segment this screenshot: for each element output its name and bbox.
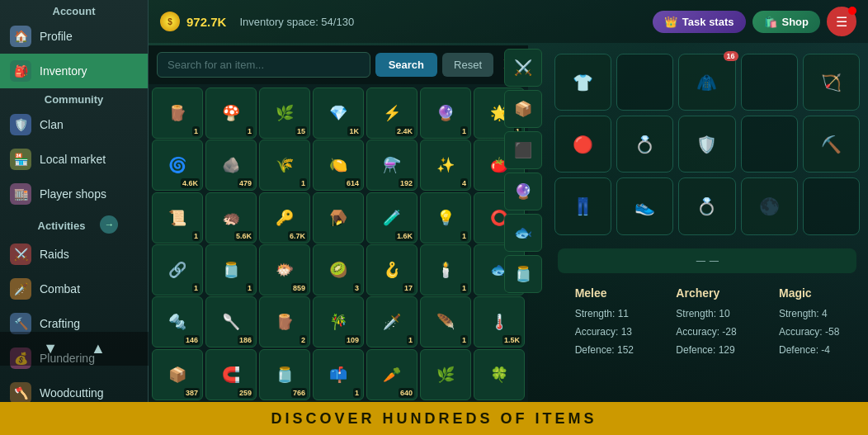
combat-stats: Melee Strength: 11 Accuracy: 13 Defence:…	[546, 278, 868, 366]
item-cell[interactable]: 🌀 4.6K	[152, 139, 203, 191]
item-cell[interactable]: 🧪 1.6K	[366, 192, 417, 244]
item-cell[interactable]: 🪵 1	[152, 87, 203, 139]
side-icon-button[interactable]: 🐟	[504, 214, 542, 252]
item-count: 1K	[347, 126, 361, 136]
item-cell[interactable]: 🪝 17	[366, 244, 417, 296]
item-count: 1	[192, 126, 200, 136]
item-cell[interactable]: 🌡️ 1.5K	[474, 296, 525, 348]
items-grid: 🪵 1 🍄 1 🌿 15 💎 1K ⚡ 2.4K 🔮 1 🌟 1 🌀 4.6K …	[149, 84, 528, 402]
item-emoji: 🔗	[168, 262, 186, 277]
item-cell[interactable]: 🗡️ 1	[366, 296, 417, 348]
nav-down-arrow[interactable]: ▼	[35, 337, 66, 361]
equipment-slot[interactable]	[741, 54, 798, 111]
item-cell[interactable]: 🪤	[313, 192, 364, 244]
magic-strength: Strength: 4	[779, 306, 839, 321]
shield-icon: 🛡️	[10, 114, 31, 135]
magic-stats: Magic Strength: 4 Accuracy: -58 Defence:…	[779, 286, 839, 357]
item-cell[interactable]: 🐡 859	[259, 244, 310, 296]
item-cell[interactable]: ⚡ 2.4K	[366, 87, 417, 139]
sidebar-item-player-shops[interactable]: 🏬 Player shops	[0, 177, 148, 211]
equipment-slot[interactable]: 🧥16	[678, 54, 735, 111]
item-cell[interactable]: 🍋 614	[313, 139, 364, 191]
activities-toggle[interactable]: →	[100, 215, 118, 234]
item-cell[interactable]: 🌿 15	[259, 87, 310, 139]
item-cell[interactable]: 🫙 1	[205, 244, 257, 296]
task-stats-label: Task stats	[682, 16, 734, 28]
item-cell[interactable]: 🔮 1	[420, 87, 471, 139]
item-cell[interactable]: 🪶 1	[420, 296, 471, 348]
side-icon-button[interactable]: 📦	[504, 90, 542, 128]
side-icon-button[interactable]: 🫙	[504, 255, 542, 293]
side-icon-button[interactable]: ⬛	[504, 131, 542, 169]
item-emoji: 🗡️	[383, 314, 401, 329]
shop-button[interactable]: 🛍️ Shop	[752, 11, 821, 33]
item-count: 1	[460, 126, 468, 136]
sidebar: Account 🏠 Profile 🎒 Inventory Community …	[0, 0, 149, 402]
item-emoji: 🦔	[222, 210, 240, 225]
item-cell[interactable]: 📫 1	[313, 349, 364, 400]
equipment-slot[interactable]	[616, 54, 673, 111]
sidebar-item-raids[interactable]: ⚔️ Raids	[0, 237, 148, 272]
item-cell[interactable]: 🔩 146	[152, 296, 203, 348]
equipment-slot[interactable]: 👟	[616, 177, 673, 234]
side-icon-button[interactable]: 🔮	[504, 173, 542, 210]
equipment-slot[interactable]: ⛏️	[803, 116, 860, 173]
item-emoji: 🐡	[276, 262, 294, 277]
item-cell[interactable]: 💎 1K	[313, 87, 364, 139]
item-cell[interactable]: 🌿	[420, 349, 471, 400]
sidebar-item-clan[interactable]: 🛡️ Clan	[0, 107, 148, 142]
item-count: 1	[246, 283, 253, 293]
item-cell[interactable]: 🪵 2	[259, 296, 310, 348]
item-emoji: 🔮	[436, 106, 455, 121]
sidebar-item-combat[interactable]: 🗡️ Combat	[0, 272, 148, 306]
bag-shop-icon: 🛍️	[764, 16, 777, 28]
item-cell[interactable]: 🔑 6.7K	[259, 192, 310, 244]
sidebar-item-inventory[interactable]: 🎒 Inventory	[0, 54, 148, 88]
search-input[interactable]	[157, 52, 370, 78]
equipment-slot[interactable]: 🏹	[803, 54, 860, 111]
item-count: 109	[345, 335, 361, 345]
equipment-slot[interactable]: 👖	[554, 177, 611, 234]
equipment-slot[interactable]	[741, 116, 798, 173]
item-cell[interactable]: 🥄 186	[205, 296, 257, 348]
item-emoji: 🪝	[383, 262, 401, 277]
sidebar-item-profile[interactable]: 🏠 Profile	[0, 19, 148, 54]
item-cell[interactable]: 🎋 109	[313, 296, 364, 348]
search-button[interactable]: Search	[375, 53, 437, 77]
equipment-slot[interactable]	[803, 177, 860, 234]
item-cell[interactable]: 📜 1	[152, 192, 203, 244]
item-cell[interactable]: 💡 1	[420, 192, 471, 244]
item-emoji: 📜	[168, 210, 186, 225]
equipment-slot[interactable]: 🛡️	[678, 116, 735, 173]
nav-up-arrow[interactable]: ▲	[83, 337, 114, 361]
sidebar-item-local-market[interactable]: 🏪 Local market	[0, 142, 148, 177]
item-cell[interactable]: 🦔 5.6K	[205, 192, 257, 244]
item-cell[interactable]: 🕯️ 1	[420, 244, 471, 296]
item-cell[interactable]: 🍄 1	[205, 87, 257, 139]
item-cell[interactable]: 🥕 640	[366, 349, 417, 400]
side-icon-button[interactable]: ⚔️	[504, 49, 542, 87]
item-cell[interactable]: ✨ 4	[420, 139, 471, 191]
equipment-slot[interactable]: 👕	[554, 54, 611, 111]
item-cell[interactable]: 🧲 259	[205, 349, 257, 400]
item-cell[interactable]: 🍀	[474, 349, 525, 400]
reset-button[interactable]: Reset	[442, 53, 493, 77]
item-cell[interactable]: 🔗 1	[152, 244, 203, 296]
item-cell[interactable]: 🫙 766	[259, 349, 310, 400]
item-cell[interactable]: 📦 387	[152, 349, 203, 400]
sidebar-item-woodcutting[interactable]: 🪓 Woodcutting	[0, 376, 148, 402]
currency-value: 972.7K	[186, 15, 226, 29]
equipment-slot[interactable]: 💍	[678, 177, 735, 234]
item-cell[interactable]: 🥝 3	[313, 244, 364, 296]
item-cell[interactable]: ⚗️ 192	[366, 139, 417, 191]
magic-defence: Defence: -4	[779, 343, 839, 357]
task-stats-button[interactable]: 👑 Task stats	[653, 11, 746, 33]
item-cell[interactable]: 🌾 1	[259, 139, 310, 191]
equipment-slot[interactable]: 🌑	[741, 177, 798, 234]
equipment-slot[interactable]: 💍	[616, 116, 673, 173]
item-emoji: 🥝	[329, 262, 347, 277]
equipment-slot[interactable]: 🔴	[554, 116, 611, 173]
menu-button[interactable]: ☰	[827, 7, 856, 36]
item-cell[interactable]: 🪨 479	[205, 139, 257, 191]
melee-strength: Strength: 11	[575, 306, 634, 321]
